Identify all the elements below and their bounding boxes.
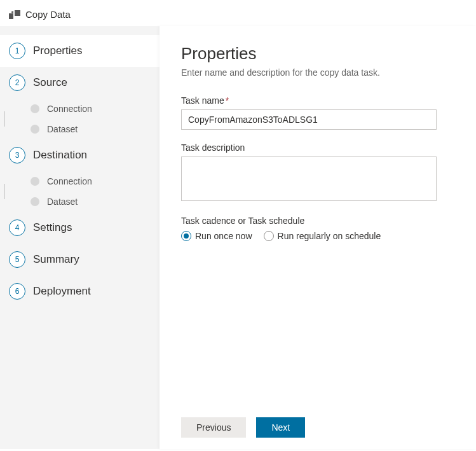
substep-dot-icon: [31, 104, 39, 113]
step-label: Settings: [33, 221, 72, 234]
step-number: 1: [9, 43, 25, 59]
wizard-sidebar: 1 Properties 2 Source Connection Dataset…: [0, 26, 160, 449]
step-settings[interactable]: 4 Settings: [0, 212, 160, 244]
substep-label: Dataset: [47, 124, 78, 134]
task-name-input[interactable]: [181, 109, 437, 130]
destination-substeps: Connection Dataset: [0, 171, 160, 212]
cadence-label: Task cadence or Task schedule: [181, 216, 454, 226]
substep-label: Connection: [47, 176, 92, 186]
header-title: Copy Data: [25, 9, 71, 20]
substep-source-dataset[interactable]: Dataset: [31, 119, 160, 139]
previous-button[interactable]: Previous: [181, 417, 246, 438]
substep-label: Dataset: [47, 197, 78, 207]
page-title: Properties: [181, 44, 454, 64]
substep-source-connection[interactable]: Connection: [31, 99, 160, 119]
substep-dot-icon: [31, 125, 39, 134]
substep-connector: [4, 111, 5, 127]
substep-destination-dataset[interactable]: Dataset: [31, 191, 160, 212]
task-name-label: Task name*: [181, 95, 454, 106]
step-deployment[interactable]: 6 Deployment: [0, 275, 160, 307]
radio-label: Run once now: [195, 231, 252, 241]
step-label: Properties: [33, 45, 82, 57]
content-panel: Properties Enter name and description fo…: [160, 26, 476, 449]
radio-icon: [181, 231, 191, 241]
page-header: Copy Data: [0, 0, 476, 26]
step-label: Destination: [33, 149, 87, 162]
copy-data-icon: [9, 10, 20, 19]
step-number: 5: [9, 251, 25, 268]
substep-destination-connection[interactable]: Connection: [31, 171, 160, 191]
step-label: Summary: [33, 253, 79, 266]
step-destination[interactable]: 3 Destination: [0, 139, 160, 171]
wizard-footer: Previous Next: [181, 408, 454, 449]
step-summary[interactable]: 5 Summary: [0, 244, 160, 275]
source-substeps: Connection Dataset: [0, 99, 160, 139]
step-number: 2: [9, 74, 25, 91]
svg-rect-0: [9, 13, 13, 19]
substep-connector: [4, 184, 5, 199]
next-button[interactable]: Next: [256, 417, 305, 438]
page-subtitle: Enter name and description for the copy …: [181, 67, 454, 78]
step-number: 6: [9, 283, 25, 300]
substep-dot-icon: [31, 197, 39, 206]
radio-label: Run regularly on schedule: [278, 231, 381, 241]
svg-rect-1: [15, 10, 20, 16]
radio-run-regularly[interactable]: Run regularly on schedule: [264, 231, 381, 241]
step-source[interactable]: 2 Source: [0, 67, 160, 99]
step-properties[interactable]: 1 Properties: [0, 35, 160, 67]
step-label: Deployment: [33, 285, 91, 298]
step-label: Source: [33, 76, 67, 89]
radio-run-once[interactable]: Run once now: [181, 231, 252, 241]
substep-dot-icon: [31, 177, 39, 186]
step-number: 3: [9, 147, 25, 163]
task-description-input[interactable]: [181, 156, 437, 201]
task-description-label: Task description: [181, 142, 454, 153]
substep-label: Connection: [47, 104, 92, 114]
radio-icon: [264, 231, 274, 241]
step-number: 4: [9, 219, 25, 236]
required-asterisk: *: [226, 95, 229, 106]
